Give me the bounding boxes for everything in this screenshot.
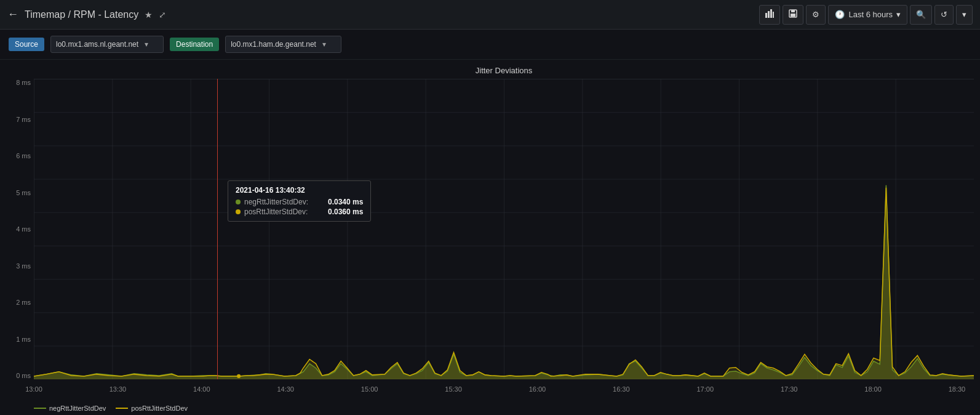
- svg-rect-2: [770, 9, 772, 18]
- chart-svg: [34, 79, 974, 379]
- star-icon[interactable]: ★: [145, 10, 153, 20]
- source-caret: ▾: [145, 40, 148, 49]
- share-icon[interactable]: ⤢: [159, 10, 166, 20]
- save-button[interactable]: [783, 5, 803, 25]
- save-icon: [789, 9, 797, 20]
- filter-bar: Source lo0.mx1.ams.nl.geant.net ▾ Destin…: [0, 30, 980, 60]
- source-label: Source: [9, 38, 44, 51]
- y-label-0ms: 0 ms: [3, 372, 31, 379]
- dest-value: lo0.mx1.ham.de.geant.net: [231, 40, 316, 49]
- refresh-button[interactable]: ↺: [934, 5, 954, 25]
- legend-pos: posRttJitterStdDev: [116, 405, 188, 412]
- dest-caret: ▾: [322, 40, 326, 49]
- zoom-button[interactable]: 🔍: [910, 5, 932, 25]
- chart-container: Jitter Deviations 0 ms 1 ms 2 ms 3 ms 4 …: [0, 60, 980, 415]
- y-label-5ms: 5 ms: [3, 189, 31, 196]
- x-label-1630: 16:30: [613, 385, 630, 393]
- legend-pos-line: [116, 408, 128, 409]
- settings-icon: ⚙: [812, 10, 819, 19]
- x-label-1600: 16:00: [529, 385, 546, 393]
- y-label-7ms: 7 ms: [3, 116, 31, 123]
- top-bar: ← Timemap / RPM - Latency ★ ⤢ ⚙ 🕐 Last 6…: [0, 0, 980, 30]
- source-select[interactable]: lo0.mx1.ams.nl.geant.net ▾: [50, 36, 164, 53]
- x-label-1700: 17:00: [696, 385, 714, 393]
- x-label-1800: 18:00: [864, 385, 882, 393]
- x-label-1730: 17:30: [781, 385, 798, 393]
- svg-rect-3: [773, 12, 774, 18]
- x-label-1830: 18:30: [949, 385, 966, 393]
- data-point-dot: [237, 374, 241, 378]
- x-label-1430: 14:30: [277, 385, 294, 393]
- more-icon: ▾: [962, 10, 966, 19]
- chart-icon: [765, 9, 774, 20]
- dest-select[interactable]: lo0.mx1.ham.de.geant.net ▾: [225, 36, 341, 53]
- x-label-1500: 15:00: [361, 385, 378, 393]
- time-range-picker[interactable]: 🕐 Last 6 hours ▾: [828, 5, 907, 25]
- x-label-1330: 13:30: [110, 385, 127, 393]
- y-label-6ms: 6 ms: [3, 152, 31, 159]
- y-label-8ms: 8 ms: [3, 79, 31, 86]
- zoom-icon: 🔍: [916, 10, 926, 19]
- clock-icon: 🕐: [835, 10, 845, 19]
- back-icon: ←: [7, 8, 18, 21]
- refresh-icon: ↺: [941, 10, 947, 19]
- time-range-caret: ▾: [896, 10, 901, 19]
- legend-neg: negRttJitterStdDev: [34, 405, 106, 412]
- svg-rect-6: [791, 14, 795, 17]
- x-label-1400: 14:00: [193, 385, 210, 393]
- svg-rect-1: [768, 11, 770, 18]
- y-label-3ms: 3 ms: [3, 262, 31, 270]
- x-label-1300: 13:00: [25, 385, 42, 393]
- time-range-label: Last 6 hours: [848, 10, 893, 19]
- y-label-2ms: 2 ms: [3, 299, 31, 306]
- page-title: Timemap / RPM - Latency: [25, 9, 138, 20]
- svg-rect-5: [791, 10, 795, 12]
- legend-pos-label: posRttJitterStdDev: [131, 405, 188, 412]
- svg-rect-11: [34, 79, 974, 379]
- legend-neg-line: [34, 408, 46, 409]
- chart-type-button[interactable]: [759, 5, 780, 25]
- svg-rect-0: [765, 13, 767, 18]
- toolbar: ⚙ 🕐 Last 6 hours ▾ 🔍 ↺ ▾: [759, 5, 973, 25]
- y-label-1ms: 1 ms: [3, 336, 31, 343]
- chart-area[interactable]: 0 ms 1 ms 2 ms 3 ms 4 ms 5 ms 6 ms 7 ms …: [34, 79, 974, 379]
- x-axis: 13:00 13:30 14:00 14:30 15:00 15:30 16:0…: [34, 385, 974, 393]
- settings-button[interactable]: ⚙: [806, 5, 826, 25]
- legend-neg-label: negRttJitterStdDev: [49, 405, 106, 412]
- y-label-4ms: 4 ms: [3, 225, 31, 233]
- y-axis: 0 ms 1 ms 2 ms 3 ms 4 ms 5 ms 6 ms 7 ms …: [3, 79, 31, 379]
- source-value: lo0.mx1.ams.nl.geant.net: [56, 40, 138, 49]
- more-button[interactable]: ▾: [956, 5, 973, 25]
- back-button[interactable]: ←: [7, 8, 18, 21]
- x-label-1530: 15:30: [445, 385, 462, 393]
- dest-label: Destination: [170, 38, 219, 51]
- chart-title: Jitter Deviations: [34, 66, 974, 75]
- chart-legend: negRttJitterStdDev posRttJitterStdDev: [34, 405, 188, 412]
